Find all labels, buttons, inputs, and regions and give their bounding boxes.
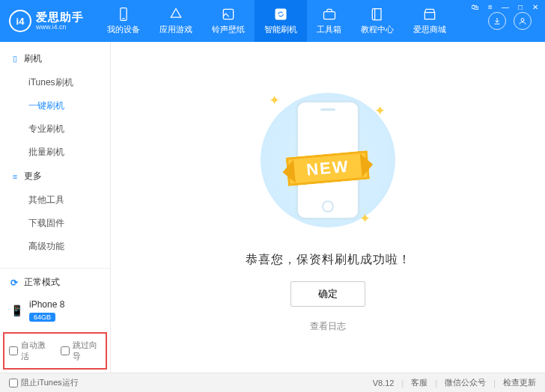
nav-label: 爱思商城 — [413, 24, 446, 35]
flash-options: 自动激活 跳过向导 — [3, 332, 107, 370]
success-illustration: ✦ ✦ ✦ NEW — [242, 82, 414, 239]
chk-label: 阻止iTunes运行 — [21, 377, 79, 388]
group-label: 刷机 — [24, 52, 42, 65]
top-nav: 我的设备 应用游戏 铃声壁纸 智能刷机 工具箱 教程中心 爱思商城 — [97, 0, 456, 42]
nav-label: 智能刷机 — [264, 24, 297, 35]
main-area: ▯ 刷机 iTunes刷机 一键刷机 专业刷机 批量刷机 ≡ 更多 其他工具 下… — [0, 42, 545, 373]
maximize-icon[interactable]: □ — [514, 1, 527, 12]
device-name: iPhone 8 — [29, 299, 64, 310]
refresh-icon: ⟳ — [10, 278, 18, 288]
ok-button[interactable]: 确定 — [290, 281, 365, 307]
sidebar-group-more[interactable]: ≡ 更多 — [0, 164, 110, 189]
app-name: 爱思助手 — [36, 11, 84, 22]
sidebar: ▯ 刷机 iTunes刷机 一键刷机 专业刷机 批量刷机 ≡ 更多 其他工具 下… — [0, 42, 111, 373]
separator: | — [493, 379, 496, 388]
refresh-icon — [273, 7, 288, 22]
wallpaper-icon — [221, 7, 236, 22]
success-message: 恭喜您，保资料刷机成功啦！ — [246, 252, 411, 268]
chk-label: 自动激活 — [21, 340, 50, 362]
sidebar-item-other-tools[interactable]: 其他工具 — [0, 189, 110, 212]
chk-label: 跳过向导 — [73, 340, 102, 362]
sidebar-item-download-fw[interactable]: 下载固件 — [0, 212, 110, 235]
separator: | — [401, 379, 404, 388]
logo-icon: i4 — [9, 10, 31, 32]
sidebar-group-flash[interactable]: ▯ 刷机 — [0, 46, 110, 71]
sidebar-item-itunes-flash[interactable]: iTunes刷机 — [0, 71, 110, 94]
chk-auto-activate-input[interactable] — [9, 346, 18, 355]
download-button[interactable] — [488, 12, 506, 30]
chk-auto-activate[interactable]: 自动激活 — [9, 340, 50, 362]
chk-block-itunes[interactable]: 阻止iTunes运行 — [9, 377, 79, 388]
device-selector[interactable]: 📱 iPhone 8 64GB — [0, 296, 110, 329]
nav-label: 应用游戏 — [159, 24, 192, 35]
content-panel: ✦ ✦ ✦ NEW 恭喜您，保资料刷机成功啦！ 确定 查看日志 — [111, 42, 545, 373]
sidebar-item-oneclick-flash[interactable]: 一键刷机 — [0, 94, 110, 117]
header-right — [488, 12, 539, 30]
svg-rect-4 — [323, 12, 335, 19]
view-log-link[interactable]: 查看日志 — [310, 320, 346, 333]
nav-toolbox[interactable]: 工具箱 — [307, 0, 351, 42]
nav-my-device[interactable]: 我的设备 — [97, 0, 150, 42]
device-mode[interactable]: ⟳ 正常模式 — [0, 269, 110, 296]
sparkle-icon: ✦ — [359, 210, 371, 227]
wechat-link[interactable]: 微信公众号 — [445, 377, 486, 388]
apps-icon — [168, 7, 183, 22]
sidebar-bottom: ⟳ 正常模式 📱 iPhone 8 64GB 自动激活 跳过向导 — [0, 268, 110, 373]
chk-skip-guide-input[interactable] — [61, 346, 70, 355]
nav-label: 教程中心 — [361, 24, 394, 35]
sparkle-icon: ✦ — [374, 102, 386, 119]
nav-apps[interactable]: 应用游戏 — [150, 0, 202, 42]
brand-url: www.i4.cn — [36, 24, 84, 31]
book-icon — [370, 7, 385, 22]
nav-label: 铃声壁纸 — [212, 24, 245, 35]
svg-rect-3 — [275, 9, 287, 20]
brand-logo[interactable]: i4 爱思助手 www.i4.cn — [9, 10, 84, 32]
nav-label: 工具箱 — [317, 24, 341, 35]
capacity-badge: 64GB — [29, 313, 55, 322]
close-icon[interactable]: ✕ — [529, 1, 542, 12]
chk-skip-guide[interactable]: 跳过向导 — [61, 340, 102, 362]
phone-icon: ▯ — [10, 55, 19, 64]
more-icon: ≡ — [10, 172, 19, 181]
nav-rings[interactable]: 铃声壁纸 — [202, 0, 255, 42]
minimize-icon[interactable]: — — [499, 1, 512, 12]
menu-icon[interactable]: ≡ — [484, 1, 497, 12]
sidebar-item-pro-flash[interactable]: 专业刷机 — [0, 117, 110, 141]
version-label: V8.12 — [373, 379, 395, 388]
store-icon — [422, 7, 437, 22]
separator: | — [435, 379, 437, 388]
nav-label: 我的设备 — [107, 24, 140, 35]
support-link[interactable]: 客服 — [411, 377, 427, 388]
chk-block-itunes-input[interactable] — [9, 379, 18, 388]
status-bar: 阻止iTunes运行 V8.12 | 客服 | 微信公众号 | 检查更新 — [0, 373, 545, 392]
sidebar-item-advanced[interactable]: 高级功能 — [0, 235, 110, 258]
app-header: 🛍 ≡ — □ ✕ i4 爱思助手 www.i4.cn 我的设备 应用游戏 铃声… — [0, 0, 545, 42]
sidebar-item-batch-flash[interactable]: 批量刷机 — [0, 141, 110, 164]
window-controls: 🛍 ≡ — □ ✕ — [466, 0, 545, 13]
nav-smart-flash[interactable]: 智能刷机 — [255, 0, 307, 42]
svg-point-7 — [521, 19, 524, 22]
update-link[interactable]: 检查更新 — [503, 377, 536, 388]
nav-store[interactable]: 爱思商城 — [404, 0, 456, 42]
nav-tutorials[interactable]: 教程中心 — [351, 0, 404, 42]
user-button[interactable] — [514, 12, 532, 30]
cart-icon[interactable]: 🛍 — [469, 1, 482, 12]
mode-label: 正常模式 — [24, 276, 60, 289]
sparkle-icon: ✦ — [269, 92, 280, 108]
device-icon — [116, 7, 131, 22]
group-label: 更多 — [24, 170, 42, 183]
toolbox-icon — [322, 7, 337, 22]
phone-icon: 📱 — [10, 304, 23, 316]
